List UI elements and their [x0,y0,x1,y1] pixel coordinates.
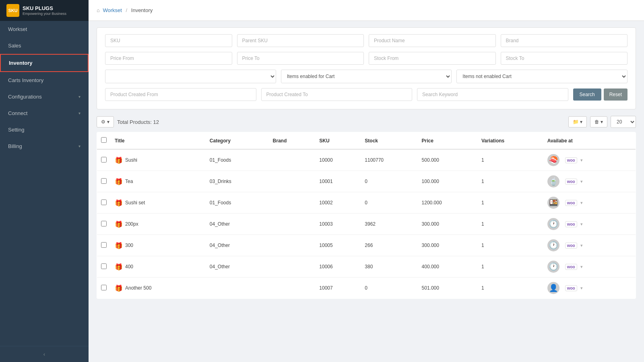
price-to-input[interactable] [237,52,364,65]
available-at-cell: 🍣 woo ▾ [543,149,636,171]
table-row: 🎁 200px 04_Other 10003 3962 300.000 1 🕐 … [97,214,636,235]
toolbar-left: ⚙ ▾ Total Products: 12 [97,116,159,128]
stock-from-input[interactable] [369,52,496,65]
row-checkbox[interactable] [101,200,107,205]
sidebar-item-label: Configurations [8,94,42,100]
sidebar-item-inventory[interactable]: Inventory [0,54,89,72]
category-cell: 01_Foods [206,192,269,214]
woo-badge: woo [565,285,577,291]
row-checkbox[interactable] [101,242,107,248]
available-chevron-icon[interactable]: ▾ [580,222,583,227]
stock-cell: 0 [361,171,417,192]
table-toolbar: ⚙ ▾ Total Products: 12 📁 ▾ 🗑 ▾ 20 50 100 [97,116,636,128]
sidebar-item-sales[interactable]: Sales [0,37,89,54]
brand-input[interactable] [501,34,628,47]
available-at-cell: 🕐 woo ▾ [543,214,636,235]
row-checkbox[interactable] [101,157,107,162]
sidebar-item-connect[interactable]: Connect▾ [0,105,89,121]
price-cell: 300.000 [418,214,477,235]
sidebar-item-label: Billing [8,143,22,149]
product-thumbnail: 🍣 [547,154,559,166]
row-checkbox[interactable] [101,285,107,290]
trash-icon: 🗑 [594,119,599,125]
price-cell: 500.000 [418,149,477,171]
folder-button[interactable]: 📁 ▾ [568,116,587,128]
table-row: 🎁 Sushi set 01_Foods 10002 0 1200.000 1 … [97,192,636,214]
gear-icon: ⚙ [101,119,105,125]
sidebar-item-carts-inventory[interactable]: Carts Inventory [0,72,89,88]
variations-cell: 1 [477,149,543,171]
sku-cell: 10006 [315,256,361,278]
breadcrumb-home[interactable]: Workset [103,7,122,13]
parent-sku-input[interactable] [237,34,364,47]
title-cell: 🎁 Tea [111,171,206,192]
available-at-header: Availabe at [543,132,636,150]
brand-cell [269,214,316,235]
stock-cell: 1100770 [361,149,417,171]
row-checkbox[interactable] [101,221,107,226]
variations-cell: 1 [477,278,543,299]
sku-cell: 10002 [315,192,361,214]
woo-badge: woo [565,264,577,270]
row-checkbox-cell [97,214,111,235]
available-chevron-icon[interactable]: ▾ [580,243,583,248]
woo-badge: woo [565,157,577,163]
total-products-label: Total Products: 12 [117,119,159,125]
available-chevron-icon[interactable]: ▾ [580,158,583,163]
trash-button[interactable]: 🗑 ▾ [590,116,607,128]
row-checkbox[interactable] [101,263,107,269]
sidebar-item-setting[interactable]: Setting [0,121,89,138]
product-title: Sushi set [125,200,145,206]
sku-input[interactable] [105,34,232,47]
page-size-select[interactable]: 20 50 100 [611,116,636,128]
variations-cell: 1 [477,192,543,214]
select-all-checkbox[interactable] [101,137,107,143]
product-created-to-input[interactable] [261,88,413,101]
sidebar-logo: SKU SKU PLUGS Empowering your Business [0,0,89,21]
sidebar-collapse-button[interactable]: ‹ [0,346,89,362]
product-thumbnail: 👤 [547,282,559,294]
sidebar-item-billing[interactable]: Billing▾ [0,138,89,154]
stock-header: Stock [361,132,417,150]
product-title: Sushi [125,157,137,163]
product-title: 400 [125,264,133,269]
row-checkbox-cell [97,149,111,171]
product-created-from-input[interactable] [105,88,256,101]
gear-dropdown-button[interactable]: ⚙ ▾ [97,116,114,128]
category-header: Category [206,132,269,150]
sidebar-item-label: Setting [8,127,24,133]
price-header: Price [418,132,477,150]
brand-cell [269,256,316,278]
table-row: 🎁 400 04_Other 10006 380 400.000 1 🕐 woo… [97,256,636,278]
sidebar-item-label: Workset [8,26,27,32]
search-button[interactable]: Search [573,88,601,101]
category-cell: 04_Other [206,256,269,278]
price-from-input[interactable] [105,52,232,65]
brand-cell [269,192,316,214]
cart-enabled-select[interactable]: Items enabled for Cart Items not enabled… [281,70,452,83]
row-checkbox[interactable] [101,178,107,184]
available-chevron-icon[interactable]: ▾ [580,200,583,206]
available-chevron-icon[interactable]: ▾ [580,264,583,269]
category-select[interactable]: Option 1 Option 2 [105,70,276,83]
product-thumbnail: 🕐 [547,239,559,251]
product-thumbnail: 🕐 [547,218,559,230]
product-name-input[interactable] [369,34,496,47]
stock-cell: 266 [361,235,417,256]
stock-cell: 0 [361,278,417,299]
available-chevron-icon[interactable]: ▾ [580,286,583,291]
sidebar-item-label: Inventory [9,60,33,66]
cart-not-enabled-select[interactable]: Items not enabled Cart Items enabled for… [456,70,627,83]
category-cell: 03_Drinks [206,171,269,192]
available-chevron-icon[interactable]: ▾ [580,179,583,184]
stock-to-input[interactable] [501,52,628,65]
sidebar-item-configurations[interactable]: Configurations▾ [0,88,89,105]
table-body: 🎁 Sushi 01_Foods 10000 1100770 500.000 1… [97,149,636,299]
search-keyword-input[interactable] [417,88,568,101]
logo-box: SKU [6,4,19,17]
sidebar-item-workset[interactable]: Workset [0,21,89,37]
category-cell: 01_Foods [206,149,269,171]
reset-button[interactable]: Reset [604,88,627,101]
title-cell: 🎁 400 [111,256,206,278]
table-row: 🎁 Another 500 10007 0 501.000 1 👤 woo ▾ [97,278,636,299]
